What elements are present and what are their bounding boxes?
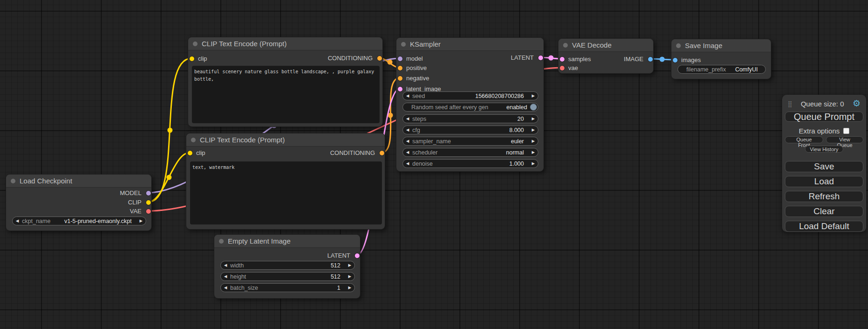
node-load-checkpoint[interactable]: Load CheckpointMODELCLIPVAE◀ckpt_namev1-… — [6, 174, 152, 231]
decrement-arrow-icon[interactable]: ◀ — [13, 217, 22, 225]
output-slot-CLIP[interactable] — [146, 200, 151, 205]
widget-label: filename_prefix — [678, 66, 726, 73]
decrement-arrow-icon[interactable]: ◀ — [221, 284, 230, 292]
input-slot-latent_image[interactable] — [398, 87, 402, 91]
output-slot-IMAGE[interactable] — [648, 57, 653, 62]
input-slot-negative[interactable] — [398, 76, 402, 81]
widget-value[interactable]: v1-5-pruned-emaonly.ckpt — [50, 218, 136, 224]
widget-filename-prefix[interactable]: filename_prefixComfyUI — [677, 65, 766, 74]
widget-value[interactable]: 1 — [258, 285, 345, 291]
widget-value[interactable]: 1.000 — [433, 161, 529, 167]
decrement-arrow-icon[interactable]: ◀ — [403, 160, 412, 168]
output-slot-MODEL[interactable] — [146, 191, 151, 196]
node-titlebar[interactable]: Save Image — [671, 39, 771, 52]
widget-value[interactable]: 8.000 — [420, 127, 529, 133]
collapse-dot-icon[interactable] — [11, 179, 15, 183]
collapse-dot-icon[interactable] — [191, 138, 196, 142]
widget-ckpt-name[interactable]: ◀ckpt_namev1-5-pruned-emaonly.ckpt▶ — [12, 217, 146, 225]
node-titlebar[interactable]: Load Checkpoint — [6, 175, 151, 188]
toggle-knob-icon[interactable] — [530, 104, 537, 111]
node-save-image[interactable]: Save Imageimagesfilename_prefixComfyUI — [671, 39, 771, 79]
decrement-arrow-icon[interactable]: ◀ — [221, 273, 230, 280]
input-slot-model[interactable] — [398, 56, 402, 61]
queue-front-button[interactable]: Queue Front — [785, 136, 823, 143]
node-clip-text-encode-positive[interactable]: CLIP Text Encode (Prompt)clipCONDITIONIN… — [188, 37, 383, 127]
increment-arrow-icon[interactable]: ▶ — [345, 284, 354, 292]
decrement-arrow-icon[interactable]: ◀ — [403, 126, 412, 134]
widget-width[interactable]: ◀width512▶ — [220, 261, 355, 270]
input-slot-images[interactable] — [673, 58, 677, 63]
node-clip-text-encode-negative[interactable]: CLIP Text Encode (Prompt)clipCONDITIONIN… — [186, 133, 385, 230]
collapse-dot-icon[interactable] — [219, 239, 224, 244]
input-slot-positive[interactable] — [398, 66, 402, 70]
widget-value[interactable]: 156680208700286 — [425, 93, 529, 99]
widget-scheduler[interactable]: ◀schedulernormal▶ — [402, 148, 538, 157]
decrement-arrow-icon[interactable]: ◀ — [403, 148, 412, 156]
node-ksampler[interactable]: KSamplermodelpositivenegativelatent_imag… — [396, 37, 544, 172]
increment-arrow-icon[interactable]: ▶ — [345, 261, 354, 269]
widget-value[interactable]: 512 — [246, 273, 345, 280]
decrement-arrow-icon[interactable]: ◀ — [403, 137, 412, 145]
increment-arrow-icon[interactable]: ▶ — [529, 148, 538, 156]
widget-cfg[interactable]: ◀cfg8.000▶ — [402, 126, 538, 134]
node-titlebar[interactable]: CLIP Text Encode (Prompt) — [186, 133, 385, 147]
extra-options-row: Extra options — [799, 127, 850, 134]
panel-drag-handle-icon[interactable]: ⣿ — [788, 100, 792, 107]
input-slot-clip[interactable] — [188, 151, 192, 155]
widget-seed[interactable]: ◀seed156680208700286▶ — [402, 91, 538, 100]
widget-value[interactable]: 512 — [244, 262, 345, 269]
prompt-text-widget[interactable]: beautiful scenery nature glass bottle la… — [192, 66, 380, 123]
increment-arrow-icon[interactable]: ▶ — [136, 217, 146, 225]
decrement-arrow-icon[interactable]: ◀ — [403, 92, 412, 100]
collapse-dot-icon[interactable] — [676, 43, 681, 48]
output-slot-label: CONDITIONING — [330, 149, 375, 157]
output-slot-LATENT[interactable] — [538, 56, 543, 60]
widget-height[interactable]: ◀height512▶ — [220, 272, 355, 281]
node-titlebar[interactable]: CLIP Text Encode (Prompt) — [188, 37, 382, 50]
input-slot-clip[interactable] — [190, 56, 194, 61]
widget-value[interactable]: 20 — [426, 116, 529, 122]
increment-arrow-icon[interactable]: ▶ — [529, 115, 538, 123]
widget-steps[interactable]: ◀steps20▶ — [402, 114, 538, 123]
widget-sampler-name[interactable]: ◀sampler_nameeuler▶ — [402, 137, 538, 146]
increment-arrow-icon[interactable]: ▶ — [345, 273, 354, 280]
widget-batch-size[interactable]: ◀batch_size1▶ — [220, 283, 355, 292]
decrement-arrow-icon[interactable]: ◀ — [403, 115, 412, 123]
graph-canvas[interactable]: Load CheckpointMODELCLIPVAE◀ckpt_namev1-… — [0, 0, 868, 329]
refresh-button[interactable]: Refresh — [785, 191, 863, 202]
output-slot-VAE[interactable] — [146, 209, 151, 214]
collapse-dot-icon[interactable] — [193, 42, 198, 46]
node-titlebar[interactable]: KSampler — [396, 38, 543, 51]
widget-value[interactable]: normal — [438, 149, 529, 156]
collapse-dot-icon[interactable] — [401, 42, 406, 47]
queue-prompt-button[interactable]: Queue Prompt — [785, 112, 863, 122]
settings-gear-icon[interactable]: ⚙ — [853, 99, 861, 108]
increment-arrow-icon[interactable]: ▶ — [529, 160, 538, 168]
node-titlebar[interactable]: VAE Decode — [558, 39, 653, 52]
decrement-arrow-icon[interactable]: ◀ — [221, 261, 230, 269]
save-button[interactable]: Save — [785, 161, 863, 172]
node-empty-latent-image[interactable]: Empty Latent ImageLATENT◀width512▶◀heigh… — [214, 234, 360, 299]
extra-options-checkbox[interactable] — [843, 128, 849, 134]
widget-value[interactable]: ComfyUI — [726, 66, 765, 73]
input-slot-vae[interactable] — [560, 66, 565, 70]
widget-Random seed after every gen[interactable]: Random seed after every genenabled — [402, 103, 538, 112]
load-default-button[interactable]: Load Default — [785, 221, 863, 232]
collapse-dot-icon[interactable] — [563, 43, 568, 48]
widget-denoise[interactable]: ◀denoise1.000▶ — [402, 159, 538, 168]
increment-arrow-icon[interactable]: ▶ — [529, 92, 538, 100]
increment-arrow-icon[interactable]: ▶ — [529, 126, 538, 134]
input-slot-samples[interactable] — [560, 57, 565, 62]
node-titlebar[interactable]: Empty Latent Image — [214, 235, 360, 248]
view-queue-button[interactable]: View Queue — [826, 136, 863, 143]
output-slot-LATENT[interactable] — [355, 253, 360, 258]
output-slot-CONDITIONING[interactable] — [377, 56, 382, 61]
load-button[interactable]: Load — [785, 176, 863, 187]
widget-value[interactable]: euler — [451, 138, 529, 145]
clear-button[interactable]: Clear — [785, 206, 863, 217]
node-vae-decode[interactable]: VAE DecodesamplesvaeIMAGE — [558, 38, 654, 74]
view-history-button[interactable]: View History — [805, 146, 844, 153]
increment-arrow-icon[interactable]: ▶ — [529, 137, 538, 145]
output-slot-CONDITIONING[interactable] — [380, 151, 384, 155]
prompt-text-widget[interactable]: text, watermark — [190, 161, 382, 224]
